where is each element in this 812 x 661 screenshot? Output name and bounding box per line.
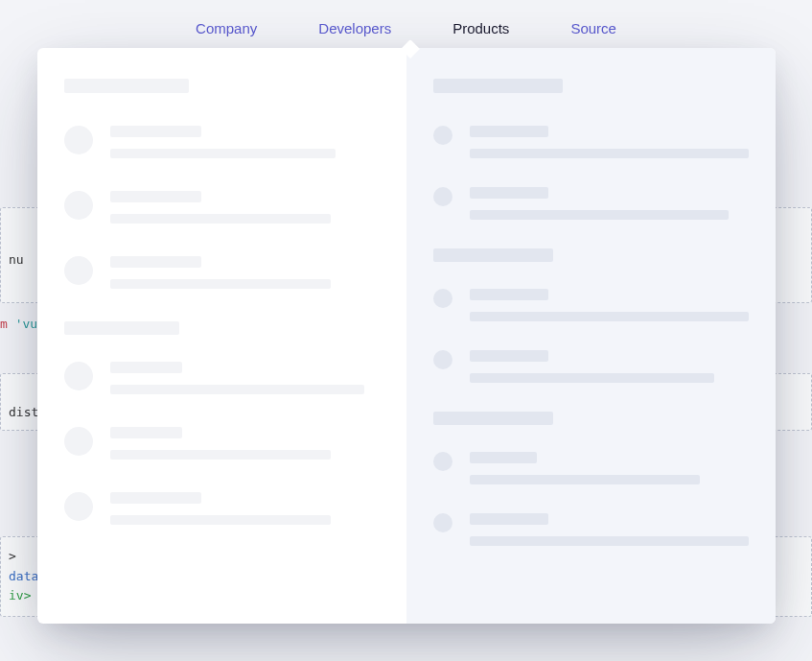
skeleton-item[interactable] xyxy=(64,191,380,224)
skeleton-desc xyxy=(470,210,729,220)
skeleton-item[interactable] xyxy=(64,126,380,158)
skeleton-item[interactable] xyxy=(64,256,380,289)
code-tag: iv> xyxy=(9,588,31,602)
skeleton-subheading xyxy=(433,412,553,425)
skeleton-avatar xyxy=(433,187,452,206)
skeleton-item[interactable] xyxy=(433,452,749,484)
skeleton-avatar xyxy=(433,289,452,308)
skeleton-title xyxy=(470,452,537,463)
nav-source[interactable]: Source xyxy=(568,16,618,40)
skeleton-title xyxy=(470,289,548,300)
skeleton-avatar xyxy=(64,191,93,220)
skeleton-desc xyxy=(470,149,749,158)
skeleton-desc xyxy=(110,515,331,525)
skeleton-subheading xyxy=(64,321,179,335)
skeleton-item[interactable] xyxy=(64,427,380,460)
skeleton-avatar xyxy=(64,126,93,154)
skeleton-title xyxy=(110,492,201,504)
skeleton-title xyxy=(110,126,201,137)
skeleton-item[interactable] xyxy=(433,126,749,158)
skeleton-desc xyxy=(110,214,331,224)
skeleton-item[interactable] xyxy=(64,492,380,525)
skeleton-item[interactable] xyxy=(433,187,749,220)
dropdown-panel xyxy=(37,48,776,624)
skeleton-desc xyxy=(470,312,749,321)
skeleton-avatar xyxy=(433,350,452,369)
skeleton-title xyxy=(110,427,182,438)
skeleton-avatar xyxy=(64,427,93,456)
skeleton-avatar xyxy=(433,452,452,471)
skeleton-title xyxy=(470,126,548,137)
skeleton-heading xyxy=(64,79,189,93)
code-bracket: > xyxy=(9,549,16,563)
nav-developers[interactable]: Developers xyxy=(316,16,393,40)
skeleton-title xyxy=(470,513,548,525)
skeleton-title xyxy=(110,256,201,268)
skeleton-avatar xyxy=(64,256,93,285)
skeleton-item[interactable] xyxy=(64,362,380,394)
skeleton-desc xyxy=(110,279,331,289)
skeleton-title xyxy=(110,191,201,202)
skeleton-desc xyxy=(110,149,336,158)
navbar: Company Developers Products Source xyxy=(0,0,812,48)
nav-company[interactable]: Company xyxy=(194,16,259,40)
skeleton-desc xyxy=(470,536,749,546)
skeleton-desc xyxy=(110,450,331,460)
skeleton-item[interactable] xyxy=(433,289,749,321)
skeleton-subheading xyxy=(433,248,553,262)
skeleton-title xyxy=(470,187,548,199)
skeleton-heading xyxy=(433,79,563,93)
skeleton-avatar xyxy=(433,126,452,145)
code-keyword: m xyxy=(0,317,15,331)
skeleton-item[interactable] xyxy=(433,350,749,383)
skeleton-desc xyxy=(110,385,364,394)
skeleton-desc xyxy=(470,475,700,484)
dropdown-right-column xyxy=(406,48,776,624)
skeleton-title xyxy=(470,350,548,362)
dropdown-left-column xyxy=(37,48,406,624)
skeleton-title xyxy=(110,362,182,373)
skeleton-avatar xyxy=(433,513,452,532)
nav-products[interactable]: Products xyxy=(451,16,511,40)
skeleton-item[interactable] xyxy=(433,513,749,546)
skeleton-avatar xyxy=(64,492,93,521)
code-text: nu xyxy=(9,252,24,267)
skeleton-avatar xyxy=(64,362,93,390)
skeleton-desc xyxy=(470,373,714,383)
